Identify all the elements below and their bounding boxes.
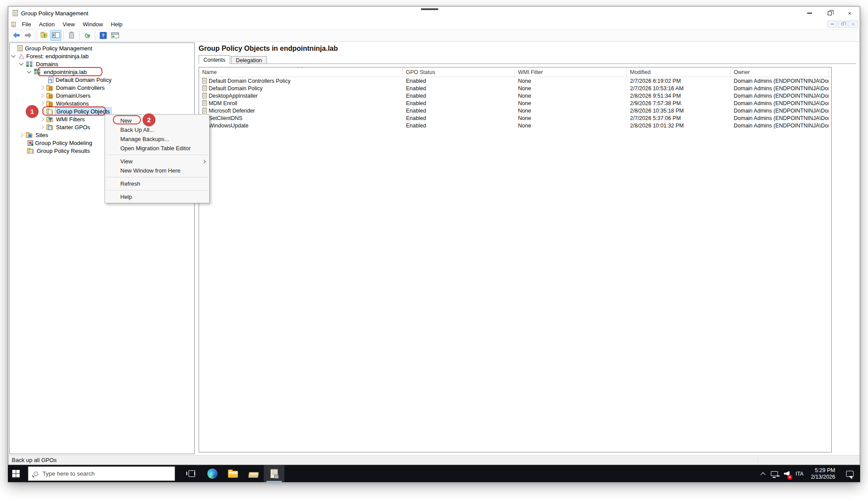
context-menu-item-new-window-from-here[interactable]: New Window from Here bbox=[105, 166, 209, 175]
taskbar-edge-button[interactable] bbox=[202, 465, 223, 482]
child-minimize-button[interactable] bbox=[827, 21, 837, 28]
help-button[interactable]: ? bbox=[98, 30, 108, 41]
column-header-modified[interactable]: Modified bbox=[627, 67, 731, 77]
chevron-closed-icon[interactable] bbox=[40, 125, 44, 129]
tree-item-workstations[interactable]: Workstations bbox=[10, 99, 194, 107]
back-icon bbox=[13, 32, 20, 38]
column-header-owner[interactable]: Owner bbox=[731, 67, 829, 77]
toolbar-separator bbox=[63, 31, 64, 40]
context-menu-item-new[interactable]: New bbox=[105, 116, 209, 125]
new-window-button[interactable] bbox=[109, 30, 120, 41]
modeling-icon bbox=[28, 140, 33, 146]
context-menu-item-back-up-all[interactable]: Back Up All... bbox=[105, 125, 209, 134]
ou-icon bbox=[46, 94, 53, 99]
top-center-pill bbox=[421, 8, 438, 10]
child-close-button[interactable]: × bbox=[848, 21, 858, 28]
gpo-icon bbox=[202, 93, 207, 99]
chevron-closed-icon[interactable] bbox=[40, 117, 44, 121]
clock[interactable]: 5:29 PM 2/13/2026 bbox=[806, 467, 840, 480]
volume-button[interactable]: × bbox=[781, 465, 793, 482]
tab-delegation[interactable]: Delegation bbox=[231, 56, 267, 64]
refresh-button[interactable] bbox=[82, 30, 93, 41]
annotation-step-2-badge: 2 bbox=[143, 113, 155, 126]
chevron-open-icon[interactable] bbox=[19, 61, 24, 65]
table-row[interactable]: WindowsUpdate Enabled None 2/8/2026 10:0… bbox=[199, 122, 831, 129]
tree-item-default-domain-policy[interactable]: Default Domain Policy bbox=[10, 76, 194, 84]
tree-item-root[interactable]: Group Policy Management bbox=[10, 44, 194, 52]
up-one-level-button[interactable] bbox=[38, 30, 49, 41]
taskbar-file-explorer-button[interactable] bbox=[223, 465, 243, 482]
table-row[interactable]: Default Domain Controllers Policy Enable… bbox=[199, 77, 831, 85]
restore-button[interactable] bbox=[819, 7, 840, 20]
chevron-closed-icon[interactable] bbox=[40, 93, 44, 98]
forward-button[interactable] bbox=[23, 30, 34, 41]
tree-item-domain-controllers[interactable]: Domain Controllers bbox=[10, 84, 194, 92]
file-explorer-icon bbox=[228, 471, 238, 478]
page: { "window": { "title": "Group Policy Man… bbox=[0, 0, 868, 501]
table-row[interactable]: SetClientDNS Enabled None 2/7/2026 5:37:… bbox=[199, 114, 831, 122]
context-menu-item-manage-backups[interactable]: Manage Backups... bbox=[105, 134, 209, 144]
menu-window[interactable]: Window bbox=[79, 21, 107, 28]
chevron-closed-icon[interactable] bbox=[40, 109, 44, 113]
tray-overflow-button[interactable] bbox=[758, 465, 768, 482]
gpmc-window: Group Policy Management × File Action Vi… bbox=[8, 6, 860, 465]
tree-item-domain-endpointninja[interactable]: endpointninja.lab bbox=[10, 68, 194, 76]
table-row[interactable]: DesktopAppInstaller Enabled None 2/8/202… bbox=[199, 92, 831, 99]
chevron-open-icon[interactable] bbox=[27, 69, 32, 73]
taskbar-search[interactable] bbox=[28, 466, 175, 481]
menu-help[interactable]: Help bbox=[107, 21, 126, 28]
context-menu: New Back Up All... Manage Backups... Ope… bbox=[105, 114, 210, 203]
column-header-wmi-filter[interactable]: WMI Filter bbox=[515, 67, 627, 77]
system-tray: × ITA 5:29 PM 2/13/2026 bbox=[758, 465, 860, 482]
menu-separator bbox=[106, 190, 208, 191]
toolbar-separator bbox=[36, 31, 36, 40]
tree-item-domains[interactable]: Domains bbox=[10, 60, 194, 68]
chevron-closed-icon[interactable] bbox=[40, 85, 44, 90]
gpo-icon bbox=[202, 85, 207, 91]
context-menu-item-refresh[interactable]: Refresh bbox=[105, 179, 209, 188]
tree-item-forest[interactable]: Forest: endpointninja.lab bbox=[10, 52, 194, 60]
close-button[interactable]: × bbox=[840, 7, 860, 20]
toolbar: ? bbox=[8, 29, 860, 42]
gpo-icon bbox=[202, 108, 207, 113]
mute-badge-icon: × bbox=[788, 475, 792, 480]
refresh-icon bbox=[84, 32, 91, 39]
context-menu-item-open-migration-table-editor[interactable]: Open Migration Table Editor bbox=[105, 144, 209, 153]
network-status-button[interactable] bbox=[768, 465, 781, 482]
taskbar-mmc-button[interactable] bbox=[264, 465, 284, 482]
mmc-console-icon bbox=[270, 469, 278, 478]
page-title: Group Policy Objects in endpointninja.la… bbox=[199, 45, 856, 53]
back-button[interactable] bbox=[11, 30, 22, 41]
language-indicator[interactable]: ITA bbox=[793, 465, 807, 482]
tab-contents[interactable]: Contents bbox=[199, 55, 230, 64]
toolbar-separator bbox=[79, 31, 80, 40]
chevron-closed-icon[interactable] bbox=[40, 101, 44, 106]
starter-gpo-icon bbox=[46, 125, 53, 130]
table-row[interactable]: Microsoft Defender Enabled None 2/8/2026… bbox=[199, 107, 831, 114]
tree-item-domainusers[interactable]: DomainUsers bbox=[10, 92, 194, 99]
context-menu-item-view[interactable]: View bbox=[105, 157, 209, 166]
gpo-link-icon bbox=[49, 77, 53, 83]
console-doc-icon bbox=[11, 22, 16, 27]
chevron-closed-icon[interactable] bbox=[19, 133, 24, 137]
properties-button[interactable] bbox=[66, 30, 77, 41]
chevron-open-icon[interactable] bbox=[11, 53, 16, 57]
taskbar-app-button[interactable] bbox=[243, 465, 264, 482]
menu-view[interactable]: View bbox=[59, 21, 79, 28]
action-center-button[interactable] bbox=[840, 465, 860, 482]
table-row[interactable]: MDM Enroll Enabled None 2/9/2026 7:57:38… bbox=[199, 99, 831, 107]
minimize-button[interactable] bbox=[799, 7, 819, 20]
ethernet-icon bbox=[771, 471, 778, 476]
menu-action[interactable]: Action bbox=[35, 21, 59, 28]
search-input[interactable] bbox=[42, 470, 152, 477]
forest-icon bbox=[18, 53, 24, 59]
table-row[interactable]: Default Domain Policy Enabled None 2/7/2… bbox=[199, 85, 831, 92]
context-menu-item-help[interactable]: Help bbox=[105, 192, 209, 201]
mmc-root-icon bbox=[18, 45, 23, 51]
child-restore-button[interactable] bbox=[838, 21, 847, 28]
start-button[interactable] bbox=[8, 465, 28, 482]
task-view-button[interactable] bbox=[182, 465, 202, 482]
menu-file[interactable]: File bbox=[18, 21, 35, 28]
show-console-tree-button[interactable] bbox=[50, 30, 61, 41]
column-header-gpo-status[interactable]: GPO Status bbox=[403, 67, 515, 77]
